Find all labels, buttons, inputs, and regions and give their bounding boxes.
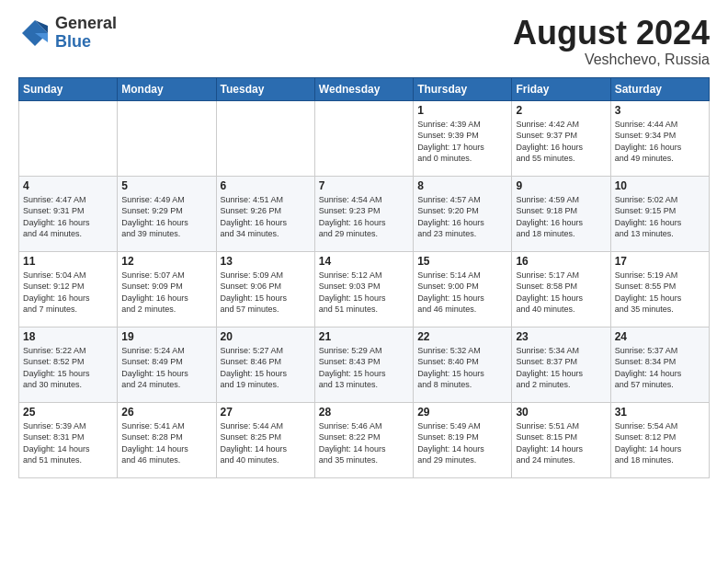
calendar-cell: 10Sunrise: 5:02 AM Sunset: 9:15 PM Dayli… bbox=[610, 176, 709, 251]
calendar-cell: 11Sunrise: 5:04 AM Sunset: 9:12 PM Dayli… bbox=[19, 251, 118, 327]
day-info: Sunrise: 5:44 AM Sunset: 8:25 PM Dayligh… bbox=[221, 420, 311, 466]
day-number: 12 bbox=[121, 255, 211, 268]
day-info: Sunrise: 5:14 AM Sunset: 9:00 PM Dayligh… bbox=[417, 270, 507, 316]
calendar-cell bbox=[19, 100, 118, 176]
day-number: 9 bbox=[516, 179, 606, 192]
calendar-day-header: Wednesday bbox=[314, 77, 413, 100]
calendar-day-header: Friday bbox=[512, 77, 610, 100]
day-info: Sunrise: 5:39 AM Sunset: 8:31 PM Dayligh… bbox=[23, 420, 113, 466]
calendar-header-row: SundayMondayTuesdayWednesdayThursdayFrid… bbox=[19, 77, 710, 100]
calendar-cell: 4Sunrise: 4:47 AM Sunset: 9:31 PM Daylig… bbox=[19, 176, 118, 251]
day-number: 1 bbox=[417, 104, 507, 117]
calendar-cell: 12Sunrise: 5:07 AM Sunset: 9:09 PM Dayli… bbox=[118, 251, 216, 327]
logo-blue-label: Blue bbox=[55, 33, 117, 52]
day-number: 23 bbox=[516, 330, 606, 343]
calendar-cell: 25Sunrise: 5:39 AM Sunset: 8:31 PM Dayli… bbox=[19, 402, 118, 477]
day-info: Sunrise: 5:37 AM Sunset: 8:34 PM Dayligh… bbox=[615, 345, 705, 391]
calendar-cell: 6Sunrise: 4:51 AM Sunset: 9:26 PM Daylig… bbox=[216, 176, 314, 251]
month-year: August 2024 bbox=[513, 15, 710, 52]
day-info: Sunrise: 5:46 AM Sunset: 8:22 PM Dayligh… bbox=[319, 420, 409, 466]
day-info: Sunrise: 4:59 AM Sunset: 9:18 PM Dayligh… bbox=[516, 194, 606, 240]
day-number: 7 bbox=[319, 179, 409, 192]
day-info: Sunrise: 4:47 AM Sunset: 9:31 PM Dayligh… bbox=[23, 194, 113, 240]
calendar-cell: 17Sunrise: 5:19 AM Sunset: 8:55 PM Dayli… bbox=[610, 251, 709, 327]
calendar-cell: 9Sunrise: 4:59 AM Sunset: 9:18 PM Daylig… bbox=[512, 176, 610, 251]
calendar-cell: 2Sunrise: 4:42 AM Sunset: 9:37 PM Daylig… bbox=[512, 100, 610, 176]
logo: General Blue bbox=[18, 15, 117, 52]
calendar-cell: 23Sunrise: 5:34 AM Sunset: 8:37 PM Dayli… bbox=[512, 327, 610, 402]
day-info: Sunrise: 5:02 AM Sunset: 9:15 PM Dayligh… bbox=[615, 194, 705, 240]
day-info: Sunrise: 5:41 AM Sunset: 8:28 PM Dayligh… bbox=[121, 420, 211, 466]
day-info: Sunrise: 4:39 AM Sunset: 9:39 PM Dayligh… bbox=[417, 119, 507, 165]
calendar-cell: 22Sunrise: 5:32 AM Sunset: 8:40 PM Dayli… bbox=[414, 327, 512, 402]
day-number: 4 bbox=[23, 179, 113, 192]
calendar-cell: 26Sunrise: 5:41 AM Sunset: 8:28 PM Dayli… bbox=[118, 402, 216, 477]
calendar-week-row: 4Sunrise: 4:47 AM Sunset: 9:31 PM Daylig… bbox=[19, 176, 710, 251]
calendar-cell: 19Sunrise: 5:24 AM Sunset: 8:49 PM Dayli… bbox=[118, 327, 216, 402]
logo-general-label: General bbox=[55, 15, 117, 33]
day-info: Sunrise: 5:34 AM Sunset: 8:37 PM Dayligh… bbox=[516, 345, 606, 391]
calendar-cell: 27Sunrise: 5:44 AM Sunset: 8:25 PM Dayli… bbox=[216, 402, 314, 477]
calendar-cell: 3Sunrise: 4:44 AM Sunset: 9:34 PM Daylig… bbox=[610, 100, 709, 176]
day-info: Sunrise: 5:32 AM Sunset: 8:40 PM Dayligh… bbox=[417, 345, 507, 391]
day-info: Sunrise: 5:19 AM Sunset: 8:55 PM Dayligh… bbox=[615, 270, 705, 316]
calendar-cell: 1Sunrise: 4:39 AM Sunset: 9:39 PM Daylig… bbox=[414, 100, 512, 176]
calendar-cell: 29Sunrise: 5:49 AM Sunset: 8:19 PM Dayli… bbox=[414, 402, 512, 477]
calendar-week-row: 1Sunrise: 4:39 AM Sunset: 9:39 PM Daylig… bbox=[19, 100, 710, 176]
calendar-week-row: 25Sunrise: 5:39 AM Sunset: 8:31 PM Dayli… bbox=[19, 402, 710, 477]
page: General Blue August 2024 Veshchevo, Russ… bbox=[0, 0, 728, 563]
logo-icon bbox=[18, 17, 51, 50]
calendar-week-row: 18Sunrise: 5:22 AM Sunset: 8:52 PM Dayli… bbox=[19, 327, 710, 402]
day-info: Sunrise: 4:51 AM Sunset: 9:26 PM Dayligh… bbox=[221, 194, 311, 240]
calendar-cell bbox=[314, 100, 413, 176]
day-number: 13 bbox=[221, 255, 311, 268]
day-number: 20 bbox=[221, 330, 311, 343]
calendar-day-header: Monday bbox=[118, 77, 216, 100]
day-info: Sunrise: 5:04 AM Sunset: 9:12 PM Dayligh… bbox=[23, 270, 113, 316]
calendar-day-header: Sunday bbox=[19, 77, 118, 100]
location: Veshchevo, Russia bbox=[513, 52, 710, 68]
day-info: Sunrise: 5:22 AM Sunset: 8:52 PM Dayligh… bbox=[23, 345, 113, 391]
header: General Blue August 2024 Veshchevo, Russ… bbox=[18, 15, 710, 68]
calendar-cell: 18Sunrise: 5:22 AM Sunset: 8:52 PM Dayli… bbox=[19, 327, 118, 402]
calendar-day-header: Saturday bbox=[610, 77, 709, 100]
calendar-cell bbox=[216, 100, 314, 176]
calendar-cell: 30Sunrise: 5:51 AM Sunset: 8:15 PM Dayli… bbox=[512, 402, 610, 477]
day-number: 19 bbox=[121, 330, 211, 343]
day-info: Sunrise: 5:51 AM Sunset: 8:15 PM Dayligh… bbox=[516, 420, 606, 466]
day-number: 24 bbox=[615, 330, 705, 343]
calendar-week-row: 11Sunrise: 5:04 AM Sunset: 9:12 PM Dayli… bbox=[19, 251, 710, 327]
day-info: Sunrise: 5:09 AM Sunset: 9:06 PM Dayligh… bbox=[221, 270, 311, 316]
day-number: 21 bbox=[319, 330, 409, 343]
calendar-table: SundayMondayTuesdayWednesdayThursdayFrid… bbox=[18, 77, 710, 478]
day-info: Sunrise: 5:29 AM Sunset: 8:43 PM Dayligh… bbox=[319, 345, 409, 391]
day-number: 22 bbox=[417, 330, 507, 343]
day-number: 31 bbox=[615, 406, 705, 419]
calendar-cell: 20Sunrise: 5:27 AM Sunset: 8:46 PM Dayli… bbox=[216, 327, 314, 402]
day-number: 25 bbox=[23, 406, 113, 419]
calendar-day-header: Thursday bbox=[414, 77, 512, 100]
day-info: Sunrise: 4:54 AM Sunset: 9:23 PM Dayligh… bbox=[319, 194, 409, 240]
day-info: Sunrise: 4:42 AM Sunset: 9:37 PM Dayligh… bbox=[516, 119, 606, 165]
day-number: 3 bbox=[615, 104, 705, 117]
day-number: 28 bbox=[319, 406, 409, 419]
calendar-cell: 28Sunrise: 5:46 AM Sunset: 8:22 PM Dayli… bbox=[314, 402, 413, 477]
calendar-cell: 16Sunrise: 5:17 AM Sunset: 8:58 PM Dayli… bbox=[512, 251, 610, 327]
day-info: Sunrise: 4:57 AM Sunset: 9:20 PM Dayligh… bbox=[417, 194, 507, 240]
calendar-cell: 8Sunrise: 4:57 AM Sunset: 9:20 PM Daylig… bbox=[414, 176, 512, 251]
day-number: 27 bbox=[221, 406, 311, 419]
day-number: 14 bbox=[319, 255, 409, 268]
day-info: Sunrise: 5:24 AM Sunset: 8:49 PM Dayligh… bbox=[121, 345, 211, 391]
day-number: 29 bbox=[417, 406, 507, 419]
calendar-cell: 15Sunrise: 5:14 AM Sunset: 9:00 PM Dayli… bbox=[414, 251, 512, 327]
day-info: Sunrise: 5:07 AM Sunset: 9:09 PM Dayligh… bbox=[121, 270, 211, 316]
day-info: Sunrise: 4:44 AM Sunset: 9:34 PM Dayligh… bbox=[615, 119, 705, 165]
day-number: 2 bbox=[516, 104, 606, 117]
day-number: 30 bbox=[516, 406, 606, 419]
day-number: 17 bbox=[615, 255, 705, 268]
day-info: Sunrise: 5:49 AM Sunset: 8:19 PM Dayligh… bbox=[417, 420, 507, 466]
day-number: 18 bbox=[23, 330, 113, 343]
title-block: August 2024 Veshchevo, Russia bbox=[513, 15, 710, 68]
day-number: 5 bbox=[121, 179, 211, 192]
calendar-cell: 7Sunrise: 4:54 AM Sunset: 9:23 PM Daylig… bbox=[314, 176, 413, 251]
